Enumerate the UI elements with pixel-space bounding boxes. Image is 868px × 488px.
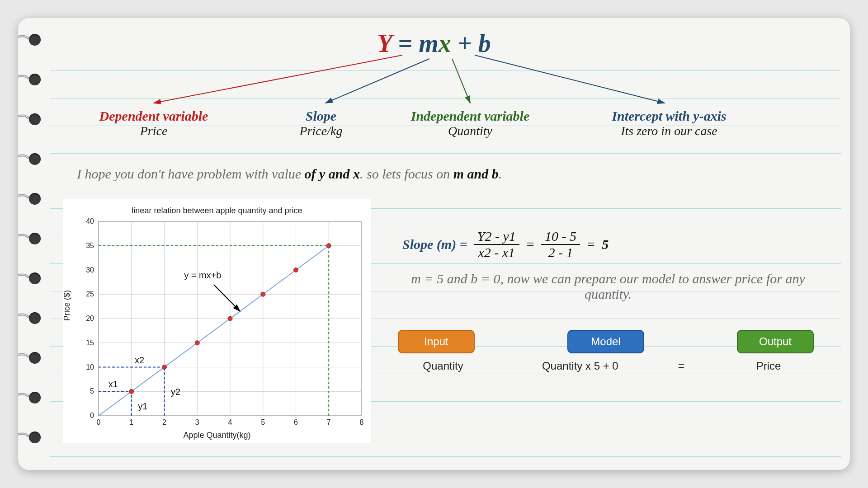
svg-line-3 [475,55,665,103]
note-p3: . [499,166,502,181]
chip-output: Output [737,330,814,353]
svg-text:7: 7 [327,418,331,426]
slope-lead: Slope (m) = [402,237,467,252]
svg-text:2: 2 [162,418,166,426]
note-e1: of y and x [305,166,360,181]
svg-text:35: 35 [86,242,94,249]
note-p1: I hope you don't have problem with value [77,166,305,181]
svg-point-54 [326,244,331,248]
label-independent: Independent variable Quantity [389,108,552,138]
svg-text:6: 6 [294,418,298,426]
slope-num1: Y2 - y1 [474,230,519,245]
svg-text:4: 4 [228,418,232,426]
label-intercept-title: Intercept with y-axis [574,108,764,124]
slope-num2: 10 - 5 [541,230,580,245]
svg-point-48 [129,389,134,394]
label-slope-title: Slope [267,108,375,124]
svg-line-2 [452,59,470,103]
chip-input: Input [398,330,475,353]
note-e2: m and b [453,166,499,181]
svg-point-50 [195,341,199,345]
label-slope-sub: Price/kg [267,124,375,138]
slope-frac1: Y2 - y1 x2 - x1 [474,230,519,259]
label-intercept-sub: Its zero in our case [574,124,764,138]
svg-text:15: 15 [86,339,94,347]
slope-eq2: = [586,237,595,252]
svg-text:0: 0 [97,418,101,426]
svg-text:20: 20 [86,314,94,322]
label-dependent-sub: Price [72,124,235,138]
label-independent-title: Independent variable [389,108,552,124]
svg-text:10: 10 [86,363,94,371]
svg-point-51 [228,316,232,321]
content: Y = mx + b Dependent variable Price Slop… [18,18,850,470]
row2-input: Quantity [398,360,488,372]
svg-text:0: 0 [90,412,94,419]
slope-calc: Slope (m) = Y2 - y1 x2 - x1 = 10 - 5 2 -… [402,230,823,259]
svg-text:1: 1 [129,418,133,426]
label-intercept: Intercept with y-axis Its zero in our ca… [574,108,764,138]
notebook-page: Y = mx + b Dependent variable Price Slop… [18,18,850,470]
note-line: I hope you don't have problem with value… [77,166,823,182]
label-dependent-title: Dependent variable [72,108,235,124]
svg-line-1 [326,59,429,103]
row2-eq: = [672,360,690,372]
svg-text:30: 30 [86,266,94,274]
label-dependent: Dependent variable Price [72,108,235,138]
slope-eq1: = [526,237,535,252]
svg-point-53 [294,268,298,272]
chart: linear relation between apple quantity a… [63,199,371,443]
svg-text:40: 40 [86,217,94,225]
label-independent-sub: Quantity [389,124,552,138]
model-boxes: Input Model Output [398,330,814,353]
model-boxes-row2: Quantity Quantity x 5 + 0 = Price [398,360,814,372]
svg-text:5: 5 [261,418,265,426]
svg-text:5: 5 [90,387,94,395]
slope-den1: x2 - x1 [474,245,519,259]
row2-output: Price [723,360,814,372]
note-p2: . so lets focus on [360,166,453,181]
slope-den2: 2 - 1 [545,245,577,259]
row2-model: Quantity x 5 + 0 [521,360,639,372]
label-slope: Slope Price/kg [267,108,375,138]
svg-point-52 [261,292,265,296]
slope-frac2: 10 - 5 2 - 1 [541,230,580,259]
slope-result: 5 [602,237,609,252]
svg-text:3: 3 [195,418,199,426]
explain-text: m = 5 and b = 0, now we can prepare our … [393,271,823,302]
svg-line-0 [154,55,402,103]
chip-model: Model [567,330,644,353]
svg-point-49 [162,365,167,370]
svg-text:8: 8 [360,418,364,426]
svg-text:25: 25 [86,290,94,298]
